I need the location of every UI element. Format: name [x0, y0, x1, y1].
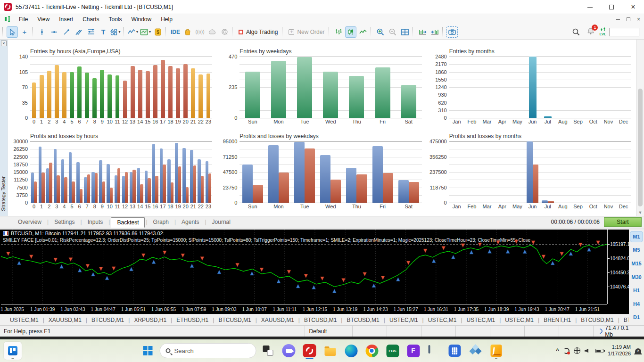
chart-tab-btcusd-m1[interactable]: BTCUSD,M1 — [214, 315, 255, 325]
tile-windows-button[interactable] — [399, 26, 411, 38]
tester-scrollbar[interactable]: ▼ — [636, 40, 644, 216]
dropdown-icon[interactable]: ▾ — [149, 30, 151, 34]
volume-tray-icon[interactable] — [585, 349, 588, 353]
text-tool-button[interactable]: T — [98, 26, 109, 38]
chart-shift-button[interactable] — [417, 26, 428, 38]
line-chart-mode-button[interactable] — [357, 26, 369, 38]
price-chart-window[interactable]: BTCUSD, M1: Bitcoin 117941.21 117952.93 … — [0, 230, 644, 314]
menu-view[interactable]: View — [33, 15, 54, 24]
chart-tab-ethusd-h1[interactable]: ETHUSD,H1 — [172, 315, 213, 325]
chart-tab-ustec-m1[interactable]: USTEC,M1 — [424, 315, 461, 325]
status-profile[interactable]: Default — [305, 326, 353, 337]
chart-tab-btcusd-m1[interactable]: BTCUSD,M1 — [87, 315, 128, 325]
timeframe-h4-button[interactable]: H4 — [630, 298, 643, 310]
notification-bell-icon[interactable]: z — [635, 348, 641, 354]
menu-insert[interactable]: Insert — [54, 15, 78, 24]
tray-chevron-icon[interactable]: ^ — [556, 347, 559, 354]
tester-tab-backtest[interactable]: Backtest — [111, 217, 145, 228]
menu-window[interactable]: Window — [127, 15, 157, 24]
maximize-button[interactable] — [601, 0, 622, 14]
zoom-out-button[interactable] — [387, 26, 398, 38]
vertical-line-tool-button[interactable] — [36, 26, 48, 38]
cloud-icon[interactable] — [206, 26, 218, 38]
screenshot-button[interactable] — [446, 26, 458, 38]
timeframe-h1-button[interactable]: H1 — [630, 285, 643, 296]
menu-file[interactable]: File — [14, 15, 33, 24]
chat-app-button[interactable] — [280, 342, 298, 360]
chrome-browser-button[interactable] — [363, 342, 381, 360]
chart-tab-brent-h1[interactable]: BRENT,H1 — [539, 315, 575, 325]
shapes-tool-button[interactable]: ▾ — [110, 26, 121, 38]
trendline-tool-button[interactable] — [61, 26, 72, 38]
start-button[interactable] — [139, 342, 157, 360]
edge-browser-button[interactable] — [342, 342, 360, 360]
chart-tab-ustec-m1[interactable]: USTEC,M1 — [6, 315, 43, 325]
calculator-button[interactable] — [446, 342, 464, 360]
battery-tray-icon[interactable] — [595, 349, 603, 353]
network-tray-icon[interactable] — [574, 347, 580, 354]
bar-chart-mode-button[interactable] — [333, 26, 344, 38]
menu-help[interactable]: Help — [156, 15, 177, 24]
horizontal-line-tool-button[interactable] — [49, 26, 60, 38]
price-axis[interactable]: 105197.1104824.0104450.2104076.4 — [607, 230, 629, 304]
cursor-tool-button[interactable] — [7, 26, 18, 38]
scrollbar-down-arrow[interactable]: ▼ — [636, 210, 644, 215]
chart-tab-xauusd-m1[interactable]: XAUUSD,M1 — [257, 315, 298, 325]
chart-tab-ustec-m1[interactable]: USTEC,M1 — [462, 315, 500, 325]
timeframe-d1-button[interactable]: D1 — [630, 312, 643, 323]
chart-tab-btcusd-m1[interactable]: BTCUSD,M1 — [300, 315, 341, 325]
sync-tray-icon[interactable] — [563, 348, 570, 354]
chart-tab-btcusd-m1[interactable]: BTCUSD,M1 — [577, 315, 618, 325]
currency-button[interactable]: $ — [152, 26, 164, 38]
mdi-minimize-icon[interactable] — [616, 19, 620, 20]
auto-scroll-button[interactable] — [429, 26, 440, 38]
taskbar-search[interactable]: Search — [160, 343, 256, 358]
price-chart-plot[interactable]: BTCUSD, M1: Bitcoin 117941.21 117952.93 … — [1, 230, 607, 304]
f-app-button[interactable]: F — [405, 342, 422, 360]
mdi-restore-icon[interactable] — [627, 17, 630, 21]
time-axis[interactable]: 1 Jun 20251 Jun 01:391 Jun 03:431 Jun 04… — [1, 304, 607, 313]
ppsspp-app-button[interactable] — [467, 342, 485, 360]
timeframe-m1-button[interactable]: M1 — [630, 231, 643, 242]
chart-tab-ustec-m1[interactable]: USTEC,M1 — [501, 315, 538, 325]
timeframe-m15-button[interactable]: M15 — [630, 258, 643, 269]
tester-tab-graph[interactable]: Graph — [149, 217, 173, 227]
lvl-input[interactable] — [609, 28, 639, 36]
candlestick-mode-button[interactable] — [345, 26, 356, 38]
search-icon[interactable] — [570, 26, 582, 38]
dropdown-icon[interactable]: ▾ — [118, 30, 120, 34]
algo-trading-button[interactable]: Algo Trading — [236, 29, 281, 35]
signals-icon[interactable]: ((o)) — [194, 26, 206, 38]
chart-tab-xrpusd-h1[interactable]: XRPUSD,H1 — [130, 315, 171, 325]
new-order-button[interactable]: + New Order — [286, 29, 327, 35]
chart-tab-xauusd-m1[interactable]: XAUUSD,M1 — [44, 315, 86, 325]
minimize-button[interactable] — [579, 0, 601, 14]
system-app-button[interactable] — [425, 342, 443, 360]
yellow-app-button[interactable] — [487, 342, 505, 360]
chart-tab-btcusd-m1[interactable]: BTCUSD,M1 — [342, 315, 383, 325]
indicators-button[interactable]: ▾ — [127, 26, 139, 38]
file-explorer-button[interactable] — [322, 342, 339, 360]
community-icon[interactable] — [219, 26, 230, 38]
mdi-close-icon[interactable]: × — [637, 16, 640, 23]
menu-tools[interactable]: Tools — [104, 15, 127, 24]
timeframe-m5-button[interactable]: M5 — [630, 245, 643, 256]
tester-tab-journal[interactable]: Journal — [207, 217, 235, 227]
task-view-button[interactable] — [259, 342, 277, 360]
tester-tab-overview[interactable]: Overview — [13, 217, 46, 227]
tester-close-button[interactable]: × — [1, 41, 7, 46]
crosshair-tool-button[interactable]: + — [19, 26, 30, 38]
menu-charts[interactable]: Charts — [78, 15, 104, 24]
chart-tab-ustec-m1[interactable]: USTEC,M1 — [385, 315, 422, 325]
tester-tab-settings[interactable]: Settings — [50, 217, 79, 227]
channel-tool-button[interactable] — [73, 26, 84, 38]
tester-tab-agents[interactable]: Agents — [177, 217, 204, 227]
ide-button[interactable]: IDE — [170, 26, 181, 38]
close-button[interactable]: × — [622, 0, 644, 14]
dropdown-icon[interactable]: ▾ — [136, 30, 138, 34]
metatrader-app-button[interactable] — [301, 342, 319, 360]
timeframe-m30-button[interactable]: M30 — [630, 272, 643, 283]
taskbar-pinned-app-icon[interactable] — [4, 342, 22, 360]
market-bag-icon[interactable] — [182, 26, 193, 38]
fibonacci-tool-button[interactable] — [85, 26, 97, 38]
